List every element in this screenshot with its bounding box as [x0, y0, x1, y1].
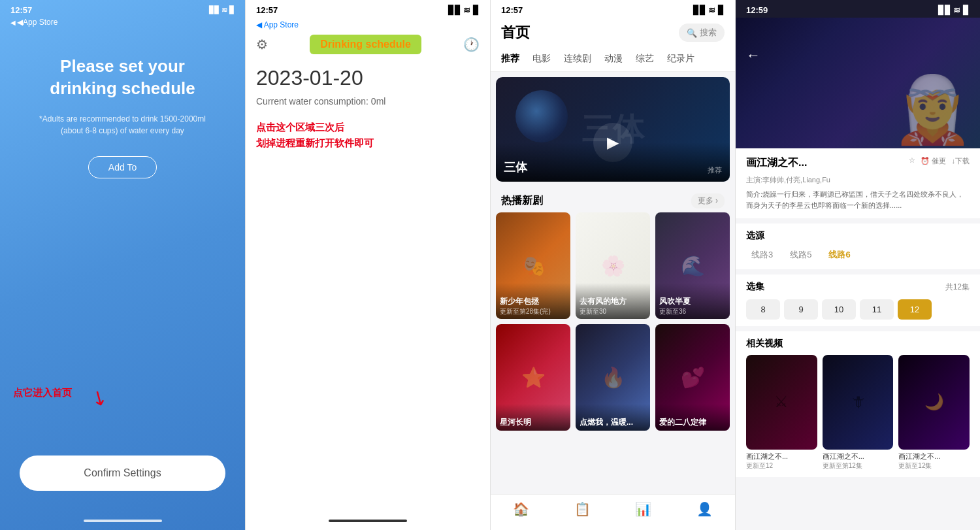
status-time-p4: 12:59	[746, 5, 768, 15]
related-name-3: 画江湖之不...	[898, 452, 970, 461]
related-card-img-2: 🗡	[823, 355, 894, 450]
tab-series[interactable]: 连续剧	[564, 53, 591, 65]
video-main-title: 画江湖之不...	[746, 156, 807, 170]
episode-9[interactable]: 9	[784, 299, 818, 320]
hero-banner[interactable]: 三体 ▶ 三体 推荐	[496, 77, 730, 182]
related-card-img-3: 🌙	[898, 355, 970, 450]
status-bar-p3: 12:57 ▊▊ ≋ ▊	[491, 0, 735, 18]
section-header-hot: 热播新剧 更多 ›	[491, 187, 735, 212]
source-options: 线路3 线路5 线路6	[746, 247, 970, 263]
drama-title-2: 去有风的地方	[580, 296, 646, 307]
status-icons-p4: ▊▊ ≋ ▊	[938, 5, 970, 15]
download-button[interactable]: ↓下载	[952, 156, 970, 166]
episodes-section: 选集 共12集 8 9 10 11 12	[736, 274, 980, 326]
date-display: 2023-01-20	[246, 59, 490, 93]
drama-update-2: 更新至30	[580, 307, 646, 316]
video-player[interactable]: 🧝 ←	[736, 18, 980, 148]
star-button[interactable]: ☆	[909, 156, 915, 166]
nav-tabs-p3: 推荐 电影 连续剧 动漫 综艺 纪录片	[491, 49, 735, 72]
add-to-button[interactable]: Add To	[88, 156, 157, 178]
source-section: 选源 线路3 线路5 线路6	[736, 224, 980, 269]
related-update-1: 更新至12	[746, 461, 817, 471]
tab-recommend[interactable]: 推荐	[501, 53, 519, 65]
video-cast: 主演:李帅帅,付亮,Liang,Fu	[746, 175, 970, 185]
episodes-grid: 8 9 10 11 12	[746, 299, 970, 320]
annotation-area-p2[interactable]: 点击这个区域三次后 划掉进程重新打开软件即可	[246, 113, 490, 157]
panel-video-detail: 12:59 ▊▊ ≋ ▊ 🧝 ← 画江湖之不... ☆ ⏰ 催更 ↓下载 主演:…	[735, 0, 980, 530]
drama-title-1: 新少年包拯	[500, 296, 566, 307]
drama-title-3: 风吹半夏	[659, 296, 726, 307]
drama-title-5: 点燃我，温暖...	[580, 417, 646, 428]
status-time-p1: 12:57	[10, 5, 32, 15]
nav-list[interactable]: 📋	[574, 501, 591, 517]
drama-card-5[interactable]: 🔥 点燃我，温暖...	[576, 324, 650, 431]
more-button[interactable]: 更多 ›	[691, 193, 725, 208]
tab-documentary[interactable]: 纪录片	[667, 53, 694, 65]
episode-8[interactable]: 8	[746, 299, 780, 320]
drama-card-3[interactable]: 🌊 风吹半夏 更新至36	[655, 212, 730, 319]
drama-grid: 🎭 新少年包拯 更新至第28集(完) 🌸 去有风的地方 更新至30 🌊 风吹半夏	[491, 212, 735, 431]
status-time-p3: 12:57	[501, 5, 523, 15]
page-title-p3: 首页	[501, 23, 530, 42]
tab-movie[interactable]: 电影	[532, 53, 551, 65]
consumption-display: Current water consumption: 0ml	[246, 93, 490, 113]
drama-card-4[interactable]: ⭐ 星河长明	[496, 324, 570, 431]
episode-12[interactable]: 12	[898, 299, 932, 320]
drama-card-2[interactable]: 🌸 去有风的地方 更新至30	[576, 212, 650, 319]
related-name-2: 画江湖之不...	[823, 452, 894, 461]
status-bar-p4: 12:59 ▊▊ ≋ ▊	[736, 0, 980, 18]
hero-subtitle: 推荐	[708, 165, 722, 175]
source-option-5[interactable]: 线路5	[785, 247, 817, 263]
back-button[interactable]: ←	[746, 47, 760, 64]
panel-video-home: 12:57 ▊▊ ≋ ▊ 首页 🔍 搜索 推荐 电影 连续剧 动漫 综艺 纪录片…	[490, 0, 735, 530]
related-item-2[interactable]: 🗡 画江湖之不... 更新至第12集	[823, 355, 894, 471]
episode-10[interactable]: 10	[822, 299, 856, 320]
source-option-6[interactable]: 线路6	[823, 247, 855, 263]
gear-icon[interactable]: ⚙	[256, 37, 268, 52]
drama-card-6[interactable]: 💕 爱的二八定律	[655, 324, 730, 431]
update-button[interactable]: ⏰ 催更	[921, 156, 946, 166]
related-update-2: 更新至第12集	[823, 461, 894, 471]
bottom-nav: 🏠 📋 📊 👤	[491, 494, 735, 530]
appstore-link-p2[interactable]: ◀ App Store	[246, 18, 490, 29]
section-title-hot: 热播新剧	[501, 194, 543, 208]
search-icon: 🔍	[687, 28, 697, 38]
drama-title-6: 爱的二八定律	[659, 417, 726, 428]
tab-anime[interactable]: 动漫	[604, 53, 623, 65]
drink-app-title: Drinking schedule	[310, 35, 421, 54]
source-option-3[interactable]: 线路3	[746, 247, 778, 263]
search-button[interactable]: 🔍 搜索	[679, 24, 725, 42]
annotation-enter: 点它进入首页	[13, 387, 72, 399]
main-title-p1: Please set your drinking schedule	[50, 56, 195, 100]
drama-update-3: 更新至36	[659, 307, 726, 316]
drama-card-1[interactable]: 🎭 新少年包拯 更新至第28集(完)	[496, 212, 570, 319]
related-name-1: 画江湖之不...	[746, 452, 817, 461]
episode-11[interactable]: 11	[860, 299, 894, 320]
nav-profile[interactable]: 👤	[696, 501, 713, 517]
nav-stats[interactable]: 📊	[635, 501, 651, 517]
subtitle-p1: *Adults are recommended to drink 1500-20…	[39, 113, 206, 137]
related-grid: ⚔ 画江湖之不... 更新至12 🗡 画江湖之不... 更新至第12集 🌙 画江…	[746, 355, 970, 471]
related-item-1[interactable]: ⚔ 画江湖之不... 更新至12	[746, 355, 817, 471]
drama-update-1: 更新至第28集(完)	[500, 307, 566, 316]
annotation-cn-line2: 划掉进程重新打开软件即可	[256, 135, 480, 151]
episodes-header: 选集 共12集	[746, 281, 970, 293]
status-icons-p2: ▊▊ ≋ ▊	[448, 5, 480, 15]
related-title: 相关视频	[746, 338, 970, 350]
related-item-3[interactable]: 🌙 画江湖之不... 更新至12集	[898, 355, 970, 471]
home-indicator-p1	[84, 520, 162, 522]
related-card-img-1: ⚔	[746, 355, 817, 450]
clock-icon[interactable]: 🕐	[463, 37, 480, 52]
panel-drinking-app: 12:57 ▊▊ ≋ ▊ ◀ App Store ⚙ Drinking sche…	[245, 0, 490, 530]
confirm-settings-button[interactable]: Confirm Settings	[20, 455, 225, 491]
appstore-link-p1[interactable]: ◀ App Store	[10, 18, 57, 27]
video-description: 简介:烧躁一行归来，李嗣源已称监国，借天子之名四处绞杀不良人，而身为天子的李星云…	[746, 189, 970, 210]
related-update-3: 更新至12集	[898, 461, 970, 471]
video-header: 首页 🔍 搜索	[491, 18, 735, 49]
source-section-title: 选源	[746, 230, 970, 242]
episodes-title: 选集	[746, 281, 764, 293]
episodes-total: 共12集	[945, 282, 970, 293]
annotation-cn-line1: 点击这个区域三次后	[256, 120, 480, 135]
tab-variety[interactable]: 综艺	[636, 53, 654, 65]
nav-home[interactable]: 🏠	[513, 501, 529, 517]
